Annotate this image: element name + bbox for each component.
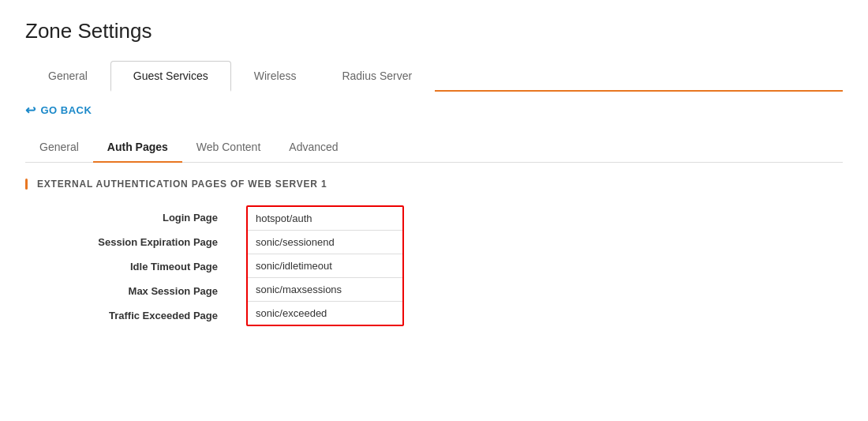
section-bar-accent [25, 179, 28, 190]
form-input-2[interactable] [248, 254, 402, 278]
inputs-column [246, 205, 404, 326]
secondary-tab-bar: General Auth Pages Web Content Advanced [25, 132, 843, 163]
section-header-text: EXTERNAL AUTHENTICATION PAGES OF WEB SER… [37, 179, 327, 190]
inputs-bordered-group [246, 205, 404, 326]
tab-auth-pages[interactable]: Auth Pages [93, 133, 182, 163]
form-input-3[interactable] [248, 278, 402, 302]
form-table: Login PageSession Expiration PageIdle Ti… [57, 205, 843, 328]
tab-general[interactable]: General [25, 61, 110, 92]
form-wrapper: Login PageSession Expiration PageIdle Ti… [57, 205, 843, 328]
section-header: EXTERNAL AUTHENTICATION PAGES OF WEB SER… [25, 179, 843, 190]
form-input-0[interactable] [248, 207, 402, 231]
tab-wireless[interactable]: Wireless [231, 61, 320, 92]
go-back-label: GO BACK [41, 104, 92, 116]
tab-web-content[interactable]: Web Content [182, 133, 275, 163]
tab-radius-server[interactable]: Radius Server [319, 61, 435, 92]
labels-column: Login PageSession Expiration PageIdle Ti… [57, 205, 246, 328]
go-back-button[interactable]: ↩ GO BACK [25, 92, 92, 126]
back-arrow-icon: ↩ [25, 103, 36, 118]
form-label-2: Idle Timeout Page [57, 254, 230, 279]
form-input-4[interactable] [248, 302, 402, 325]
tab-general-secondary[interactable]: General [25, 133, 93, 163]
tab-guest-services[interactable]: Guest Services [110, 61, 231, 92]
top-tab-bar: General Guest Services Wireless Radius S… [25, 59, 843, 92]
form-input-1[interactable] [248, 231, 402, 254]
form-label-0: Login Page [57, 205, 230, 230]
form-label-3: Max Session Page [57, 279, 230, 303]
page-title: Zone Settings [25, 19, 843, 43]
form-label-1: Session Expiration Page [57, 230, 230, 254]
tab-advanced[interactable]: Advanced [275, 133, 352, 163]
form-label-4: Traffic Exceeded Page [57, 303, 230, 328]
